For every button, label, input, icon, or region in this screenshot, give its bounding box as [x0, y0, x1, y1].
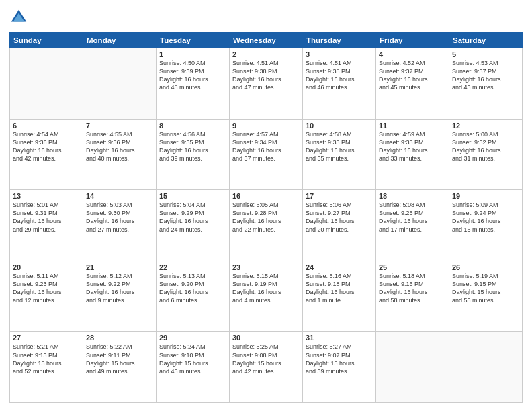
day-info: Sunrise: 5:03 AMSunset: 9:30 PMDaylight:… — [86, 201, 153, 234]
calendar-day-cell: 21Sunrise: 5:12 AMSunset: 9:22 PMDayligh… — [83, 261, 157, 332]
day-number: 1 — [159, 50, 226, 58]
day-number: 31 — [306, 334, 373, 342]
calendar-day-cell: 8Sunrise: 4:56 AMSunset: 9:35 PMDaylight… — [157, 119, 230, 190]
day-number: 28 — [86, 334, 153, 342]
day-info: Sunrise: 5:13 AMSunset: 9:20 PMDaylight:… — [159, 272, 226, 305]
calendar-day-header: Tuesday — [157, 33, 230, 48]
day-info: Sunrise: 5:27 AMSunset: 9:07 PMDaylight:… — [306, 342, 373, 375]
calendar-week-row: 6Sunrise: 4:54 AMSunset: 9:36 PMDaylight… — [10, 119, 523, 190]
calendar-day-cell: 15Sunrise: 5:04 AMSunset: 9:29 PMDayligh… — [157, 190, 230, 261]
day-info: Sunrise: 4:50 AMSunset: 9:39 PMDaylight:… — [159, 59, 226, 92]
day-number: 6 — [13, 122, 80, 130]
calendar-day-cell: 6Sunrise: 4:54 AMSunset: 9:36 PMDaylight… — [10, 119, 83, 190]
day-info: Sunrise: 5:25 AMSunset: 9:08 PMDaylight:… — [232, 342, 300, 375]
calendar-day-cell: 30Sunrise: 5:25 AMSunset: 9:08 PMDayligh… — [230, 332, 303, 403]
day-number: 30 — [232, 334, 300, 342]
calendar-day-cell: 2Sunrise: 4:51 AMSunset: 9:38 PMDaylight… — [230, 48, 303, 120]
calendar-day-cell: 7Sunrise: 4:55 AMSunset: 9:36 PMDaylight… — [83, 119, 157, 190]
calendar-day-cell: 14Sunrise: 5:03 AMSunset: 9:30 PMDayligh… — [83, 190, 157, 261]
day-number: 17 — [306, 192, 373, 200]
day-info: Sunrise: 5:04 AMSunset: 9:29 PMDaylight:… — [159, 201, 226, 234]
day-number: 16 — [232, 192, 300, 200]
day-info: Sunrise: 5:21 AMSunset: 9:13 PMDaylight:… — [13, 342, 80, 375]
day-info: Sunrise: 5:06 AMSunset: 9:27 PMDaylight:… — [306, 201, 373, 234]
calendar-week-row: 13Sunrise: 5:01 AMSunset: 9:31 PMDayligh… — [10, 190, 523, 261]
logo — [9, 8, 31, 27]
day-info: Sunrise: 5:09 AMSunset: 9:24 PMDaylight:… — [452, 201, 519, 234]
day-info: Sunrise: 5:08 AMSunset: 9:25 PMDaylight:… — [379, 201, 446, 234]
day-info: Sunrise: 5:05 AMSunset: 9:28 PMDaylight:… — [232, 201, 300, 234]
calendar-day-header: Saturday — [449, 33, 523, 48]
day-number: 8 — [159, 122, 226, 130]
calendar-week-row: 1Sunrise: 4:50 AMSunset: 9:39 PMDaylight… — [10, 48, 523, 120]
calendar-day-cell: 23Sunrise: 5:15 AMSunset: 9:19 PMDayligh… — [230, 261, 303, 332]
day-number: 13 — [13, 192, 80, 200]
calendar-day-cell: 17Sunrise: 5:06 AMSunset: 9:27 PMDayligh… — [303, 190, 376, 261]
calendar-day-cell: 13Sunrise: 5:01 AMSunset: 9:31 PMDayligh… — [10, 190, 83, 261]
calendar-day-cell: 4Sunrise: 4:52 AMSunset: 9:37 PMDaylight… — [376, 48, 449, 120]
day-number: 7 — [86, 122, 153, 130]
day-number: 9 — [232, 122, 300, 130]
calendar-day-cell: 18Sunrise: 5:08 AMSunset: 9:25 PMDayligh… — [376, 190, 449, 261]
calendar-day-header: Monday — [83, 33, 157, 48]
day-number: 22 — [159, 263, 226, 271]
calendar-day-header: Sunday — [10, 33, 83, 48]
calendar-day-header: Wednesday — [230, 33, 303, 48]
day-info: Sunrise: 4:51 AMSunset: 9:38 PMDaylight:… — [232, 59, 300, 92]
day-number: 24 — [306, 263, 373, 271]
calendar-day-cell — [376, 332, 449, 403]
logo-icon — [9, 8, 28, 27]
calendar-day-cell: 24Sunrise: 5:16 AMSunset: 9:18 PMDayligh… — [303, 261, 376, 332]
calendar-day-header: Thursday — [303, 33, 376, 48]
calendar-day-cell: 19Sunrise: 5:09 AMSunset: 9:24 PMDayligh… — [449, 190, 523, 261]
calendar-week-row: 20Sunrise: 5:11 AMSunset: 9:23 PMDayligh… — [10, 261, 523, 332]
calendar-day-cell: 11Sunrise: 4:59 AMSunset: 9:33 PMDayligh… — [376, 119, 449, 190]
day-number: 10 — [306, 122, 373, 130]
day-number: 20 — [13, 263, 80, 271]
day-number: 15 — [159, 192, 226, 200]
calendar-day-cell: 12Sunrise: 5:00 AMSunset: 9:32 PMDayligh… — [449, 119, 523, 190]
day-number: 18 — [379, 192, 446, 200]
calendar-day-cell — [10, 48, 83, 120]
calendar-header-row: SundayMondayTuesdayWednesdayThursdayFrid… — [10, 33, 523, 48]
header — [9, 8, 523, 27]
day-number: 3 — [306, 50, 373, 58]
day-info: Sunrise: 5:15 AMSunset: 9:19 PMDaylight:… — [232, 272, 300, 305]
calendar-day-cell: 22Sunrise: 5:13 AMSunset: 9:20 PMDayligh… — [157, 261, 230, 332]
calendar-day-cell: 1Sunrise: 4:50 AMSunset: 9:39 PMDaylight… — [157, 48, 230, 120]
day-info: Sunrise: 4:56 AMSunset: 9:35 PMDaylight:… — [159, 130, 226, 163]
day-info: Sunrise: 5:16 AMSunset: 9:18 PMDaylight:… — [306, 272, 373, 305]
day-info: Sunrise: 5:19 AMSunset: 9:15 PMDaylight:… — [452, 272, 519, 305]
day-number: 21 — [86, 263, 153, 271]
calendar-day-cell: 27Sunrise: 5:21 AMSunset: 9:13 PMDayligh… — [10, 332, 83, 403]
page: SundayMondayTuesdayWednesdayThursdayFrid… — [0, 0, 532, 411]
day-info: Sunrise: 5:12 AMSunset: 9:22 PMDaylight:… — [86, 272, 153, 305]
day-info: Sunrise: 4:53 AMSunset: 9:37 PMDaylight:… — [452, 59, 519, 92]
calendar-table: SundayMondayTuesdayWednesdayThursdayFrid… — [9, 32, 523, 403]
calendar-day-cell: 3Sunrise: 4:51 AMSunset: 9:38 PMDaylight… — [303, 48, 376, 120]
day-info: Sunrise: 4:55 AMSunset: 9:36 PMDaylight:… — [86, 130, 153, 163]
day-number: 4 — [379, 50, 446, 58]
day-info: Sunrise: 5:22 AMSunset: 9:11 PMDaylight:… — [86, 342, 153, 375]
day-info: Sunrise: 5:18 AMSunset: 9:16 PMDaylight:… — [379, 272, 446, 305]
day-number: 26 — [452, 263, 519, 271]
calendar-day-cell: 29Sunrise: 5:24 AMSunset: 9:10 PMDayligh… — [157, 332, 230, 403]
day-number: 29 — [159, 334, 226, 342]
day-number: 25 — [379, 263, 446, 271]
day-info: Sunrise: 4:54 AMSunset: 9:36 PMDaylight:… — [13, 130, 80, 163]
day-number: 19 — [452, 192, 519, 200]
day-info: Sunrise: 5:00 AMSunset: 9:32 PMDaylight:… — [452, 130, 519, 163]
calendar-day-cell: 16Sunrise: 5:05 AMSunset: 9:28 PMDayligh… — [230, 190, 303, 261]
calendar-day-cell: 25Sunrise: 5:18 AMSunset: 9:16 PMDayligh… — [376, 261, 449, 332]
day-number: 12 — [452, 122, 519, 130]
calendar-day-cell: 26Sunrise: 5:19 AMSunset: 9:15 PMDayligh… — [449, 261, 523, 332]
day-info: Sunrise: 5:11 AMSunset: 9:23 PMDaylight:… — [13, 272, 80, 305]
calendar-day-cell: 9Sunrise: 4:57 AMSunset: 9:34 PMDaylight… — [230, 119, 303, 190]
day-number: 5 — [452, 50, 519, 58]
day-number: 27 — [13, 334, 80, 342]
calendar-day-cell: 28Sunrise: 5:22 AMSunset: 9:11 PMDayligh… — [83, 332, 157, 403]
day-number: 14 — [86, 192, 153, 200]
calendar-day-header: Friday — [376, 33, 449, 48]
day-info: Sunrise: 4:57 AMSunset: 9:34 PMDaylight:… — [232, 130, 300, 163]
calendar-day-cell: 10Sunrise: 4:58 AMSunset: 9:33 PMDayligh… — [303, 119, 376, 190]
